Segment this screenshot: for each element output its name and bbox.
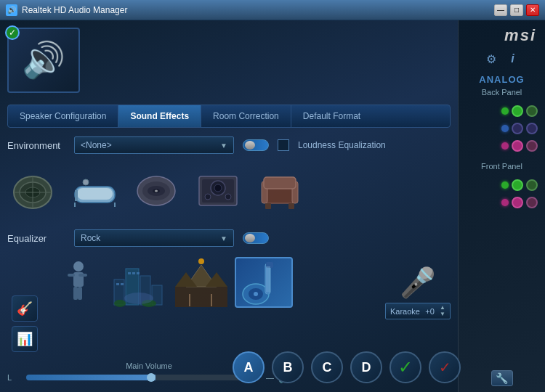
svg-point-28 — [73, 261, 84, 271]
jack-front-1-socket[interactable] — [512, 179, 523, 191]
tab-sound-effects[interactable]: Sound Effects — [118, 105, 201, 127]
speaker-image: 🔊 — [22, 40, 65, 81]
apply-check-icon: ✓ — [398, 357, 413, 377]
eq-icon-rock-guitar[interactable] — [235, 257, 293, 308]
spinner-up-icon[interactable]: ▲ — [440, 305, 445, 311]
volume-thumb — [147, 373, 156, 382]
cancel-check-icon: ✓ — [439, 359, 451, 376]
button-a[interactable]: A — [233, 351, 265, 383]
wrench-icon: 🔧 — [496, 372, 508, 384]
jack-front-2-indicator — [501, 199, 509, 206]
svg-rect-6 — [77, 188, 113, 200]
karaoke-value: +0 — [425, 307, 435, 316]
loudness-checkbox[interactable] — [278, 139, 289, 151]
karaoke-label: Karaoke — [390, 307, 420, 316]
analog-label: ANALOG — [479, 74, 524, 85]
jack-back-3-socket-out[interactable] — [526, 140, 538, 152]
env-icon-bathroom[interactable] — [69, 168, 120, 212]
window-controls[interactable]: — □ ✕ — [494, 4, 539, 16]
svg-point-15 — [155, 189, 158, 192]
env-icon-livingroom[interactable] — [254, 168, 305, 212]
svg-rect-46 — [175, 287, 227, 307]
environment-label: Environment — [7, 140, 65, 151]
title-bar: 🔊 Realtek HD Audio Manager — □ ✕ — [0, 0, 545, 20]
cancel-button[interactable]: ✓ — [429, 351, 461, 383]
info-icon[interactable]: i — [505, 51, 521, 67]
environment-value: <None> — [81, 140, 112, 150]
svg-rect-32 — [73, 287, 78, 300]
left-panel: ✓ 🔊 Speaker Configuration Sound Effects … — [0, 20, 458, 392]
spinner-down-icon[interactable]: ▼ — [440, 311, 445, 317]
jack-back-2 — [463, 123, 541, 134]
environment-row: Environment <None> ▼ Loudness Equalizati… — [7, 136, 451, 154]
jack-front-1-socket-out[interactable] — [526, 179, 538, 191]
svg-point-21 — [225, 194, 231, 200]
svg-point-45 — [124, 293, 153, 304]
svg-rect-25 — [264, 177, 296, 189]
eq-toggle[interactable] — [243, 232, 269, 244]
apply-button[interactable]: ✓ — [389, 351, 421, 383]
svg-rect-40 — [128, 272, 131, 274]
speaker-display: ✓ 🔊 — [7, 28, 80, 93]
tool-button[interactable]: 🔧 — [491, 370, 513, 386]
jack-back-3-indicator — [501, 142, 509, 150]
dropdown-arrow-icon: ▼ — [220, 142, 227, 150]
svg-rect-38 — [116, 283, 119, 285]
minimize-button[interactable]: — — [494, 4, 507, 16]
volume-left-label: L — [7, 373, 22, 382]
env-icon-arena[interactable] — [131, 168, 182, 212]
volume-slider[interactable] — [26, 375, 241, 380]
svg-point-19 — [214, 184, 222, 192]
jack-back-1 — [463, 105, 541, 117]
close-button[interactable]: ✕ — [526, 4, 539, 16]
svg-point-60 — [254, 292, 258, 296]
guitar-preset-icon[interactable]: 🎸 — [12, 295, 38, 322]
tab-speaker-configuration[interactable]: Speaker Configuration — [8, 105, 118, 127]
tabs-container: Speaker Configuration Sound Effects Room… — [7, 105, 451, 128]
button-b[interactable]: B — [272, 351, 304, 383]
svg-rect-42 — [137, 272, 140, 274]
equalizer-dropdown[interactable]: Rock ▼ — [74, 229, 234, 247]
front-panel-label: Front Panel — [481, 162, 522, 171]
env-icon-stage[interactable] — [193, 168, 243, 212]
jack-front-2-socket-out[interactable] — [526, 197, 538, 208]
loudness-label: Loudness Equalization — [298, 140, 386, 150]
volume-label: Main Volume — [126, 362, 172, 370]
svg-point-10 — [83, 179, 89, 185]
svg-rect-7 — [75, 190, 78, 201]
svg-rect-31 — [78, 274, 87, 277]
karaoke-spinner[interactable]: Karaoke +0 ▲ ▼ — [385, 303, 451, 319]
button-c[interactable]: C — [311, 351, 343, 383]
settings-gear-icon[interactable]: ⚙ — [483, 51, 499, 67]
tab-room-correction[interactable]: Room Correction — [201, 105, 291, 127]
jack-front-1-indicator — [501, 181, 509, 189]
jack-back-3 — [463, 140, 541, 152]
eq-dropdown-arrow-icon: ▼ — [220, 234, 227, 242]
jack-back-1-socket-out[interactable] — [526, 105, 538, 117]
jack-back-2-socket[interactable] — [512, 123, 523, 134]
environment-dropdown[interactable]: <None> ▼ — [74, 136, 234, 154]
jack-front-1 — [463, 179, 541, 191]
jack-front-2-socket[interactable] — [512, 197, 523, 208]
jack-back-1-socket[interactable] — [512, 105, 523, 117]
app-icon: 🔊 — [6, 4, 17, 16]
eq-icon-stage-scene[interactable] — [172, 257, 230, 308]
loudness-toggle[interactable] — [243, 139, 269, 151]
svg-rect-27 — [288, 203, 294, 209]
jack-back-2-socket-out[interactable] — [526, 123, 538, 134]
equalizer-bars-icon[interactable]: 📊 — [12, 326, 38, 352]
karaoke-icon: 🎤 — [400, 266, 436, 300]
eq-icon-guitar[interactable] — [47, 257, 105, 308]
svg-rect-26 — [265, 203, 271, 209]
eq-icon-buildings[interactable] — [110, 257, 168, 308]
check-badge: ✓ — [5, 25, 20, 40]
spinner-arrows[interactable]: ▲ ▼ — [440, 305, 445, 317]
right-panel: msi ⚙ i ANALOG Back Panel Front Panel — [458, 20, 545, 392]
jack-back-1-indicator — [501, 107, 509, 115]
maximize-button[interactable]: □ — [510, 4, 523, 16]
env-icon-stoneroom[interactable] — [7, 168, 58, 212]
equalizer-icons-container — [7, 257, 451, 308]
button-d[interactable]: D — [350, 351, 382, 383]
jack-back-3-socket[interactable] — [512, 140, 523, 152]
tab-default-format[interactable]: Default Format — [291, 105, 372, 127]
